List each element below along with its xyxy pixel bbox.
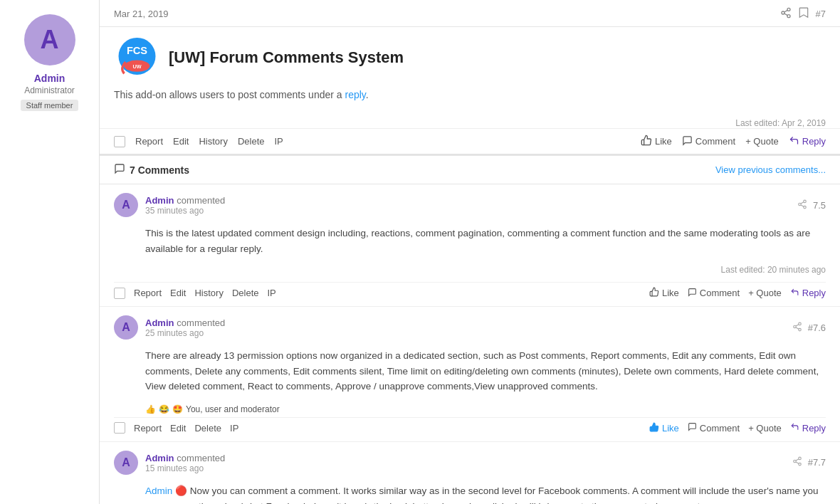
reply-icon [789, 135, 799, 148]
comment-action-word: commented [177, 453, 225, 463]
svg-line-4 [784, 10, 787, 12]
username[interactable]: Admin [34, 73, 65, 84]
comment-delete-btn[interactable]: Delete [232, 288, 259, 298]
reply-icon [790, 288, 799, 299]
mentioned-user-link[interactable]: Admin [145, 485, 172, 496]
mention-emoji: 🔴 [175, 485, 187, 496]
svg-line-23 [796, 459, 799, 461]
post-actions-right: Like Comment + Quote Reply [641, 135, 826, 148]
comment-item: A Admin commented 25 minutes ago #7.6 [100, 307, 840, 442]
comment-author-info: A Admin commented 15 minutes ago [114, 451, 225, 475]
like-icon-blue [649, 422, 659, 434]
comment-number: #7.7 [808, 457, 826, 468]
comment-bubble-icon [688, 422, 697, 434]
post-title: [UW] Forum Comments System [169, 48, 404, 67]
reply-icon [790, 422, 799, 434]
comment-like-btn[interactable]: Like [649, 287, 679, 299]
comment-body: This is the latest updated comment desig… [114, 221, 826, 263]
svg-line-18 [796, 324, 799, 325]
svg-point-20 [793, 461, 796, 463]
comment-header: A Admin commented 15 minutes ago #7.7 [114, 451, 826, 475]
comment-avatar: A [114, 315, 138, 340]
reply-link[interactable]: reply [345, 89, 366, 100]
post-actions: Report Edit History Delete IP Like Comme… [100, 128, 840, 154]
bookmark-icon[interactable] [799, 7, 809, 21]
reactions: 👍 😂 🤩 You, user and moderator [114, 404, 826, 414]
comment-ip-btn[interactable]: IP [267, 288, 275, 298]
comment-footer: Report Edit History Delete IP Like [114, 282, 826, 306]
svg-point-15 [793, 325, 796, 328]
share-icon[interactable] [797, 199, 807, 211]
comment-comment-btn[interactable]: Comment [688, 288, 740, 299]
comment-icon [682, 135, 693, 148]
comment-like-btn[interactable]: Like [649, 422, 679, 434]
comment-author-name[interactable]: Admin [145, 317, 174, 328]
comment-meta: Admin commented 25 minutes ago [145, 317, 225, 338]
post-title-row: FCS UW [UW] Forum Comments System [114, 34, 826, 80]
post-report-btn[interactable]: Report [135, 136, 163, 147]
comment-ip-btn[interactable]: IP [230, 423, 238, 434]
svg-point-10 [799, 203, 802, 206]
comments-count: 7 Comments [114, 163, 189, 177]
post-history-btn[interactable]: History [199, 136, 227, 147]
svg-point-9 [804, 200, 807, 203]
comment-action-word: commented [177, 317, 225, 328]
comment-checkbox[interactable] [114, 422, 125, 434]
comment-author-info: A Admin commented 35 minutes ago [114, 193, 225, 217]
comment-avatar: A [114, 193, 138, 217]
comment-edited: Last edited: 20 minutes ago [114, 263, 826, 279]
comment-body: Admin 🔴 Now you can comment a comment. I… [114, 479, 826, 504]
comment-quote-btn[interactable]: + Quote [748, 423, 782, 434]
share-icon[interactable] [780, 7, 792, 21]
post-number: #7 [816, 9, 826, 19]
comment-history-btn[interactable]: History [194, 288, 223, 298]
comment-comment-btn[interactable]: Comment [688, 422, 740, 434]
comment-footer-left: Report Edit History Delete IP [114, 288, 276, 299]
post-like-btn[interactable]: Like [641, 135, 672, 148]
post-comment-btn[interactable]: Comment [682, 135, 735, 148]
comment-edit-btn[interactable]: Edit [170, 288, 186, 298]
comment-delete-btn[interactable]: Delete [194, 423, 221, 434]
comment-quote-btn[interactable]: + Quote [748, 288, 782, 298]
post-date: Mar 21, 2019 [114, 9, 169, 19]
post-edited: Last edited: Apr 2, 2019 [100, 114, 840, 128]
svg-point-11 [804, 206, 807, 209]
comment-time: 25 minutes ago [145, 328, 225, 338]
user-role: Administrator [24, 85, 75, 95]
comment-author-name[interactable]: Admin [145, 453, 174, 463]
post-ip-btn[interactable]: IP [274, 136, 283, 147]
comment-id-area: #7.6 [792, 322, 826, 334]
comment-bubble-icon [688, 288, 697, 299]
haha-emoji: 😂 [159, 404, 169, 414]
post-header: Mar 21, 2019 #7 [100, 0, 840, 27]
comment-edit-btn[interactable]: Edit [170, 423, 186, 434]
comment-report-btn[interactable]: Report [134, 423, 162, 434]
share-icon[interactable] [792, 322, 802, 334]
comment-checkbox[interactable] [114, 288, 125, 299]
comment-action-word: commented [177, 195, 225, 206]
svg-line-13 [801, 201, 804, 203]
post-quote-btn[interactable]: + Quote [745, 136, 779, 147]
post-meta-top: Mar 21, 2019 #7 [114, 7, 826, 26]
comment-footer: Report Edit Delete IP Like [114, 417, 826, 441]
comment-author-name[interactable]: Admin [145, 195, 174, 206]
comment-report-btn[interactable]: Report [134, 288, 162, 298]
comment-footer-right: Like Comment + Quote Reply [649, 287, 826, 299]
share-icon[interactable] [792, 456, 802, 468]
post-edit-btn[interactable]: Edit [173, 136, 189, 147]
view-previous-comments[interactable]: View previous comments... [715, 164, 826, 175]
comments-header: 7 Comments View previous comments... [100, 154, 840, 184]
post-delete-btn[interactable]: Delete [238, 136, 265, 147]
post-body: FCS UW [UW] Forum Comments System This a… [100, 27, 840, 114]
comment-item: A Admin commented 15 minutes ago #7.7 [100, 442, 840, 504]
post-actions-left: Report Edit History Delete IP [114, 136, 283, 147]
svg-text:FCS: FCS [127, 45, 147, 56]
comment-reply-btn[interactable]: Reply [790, 288, 826, 299]
comment-header: A Admin commented 35 minutes ago 7.5 [114, 193, 826, 217]
post-reply-btn[interactable]: Reply [789, 135, 826, 148]
comment-reply-btn[interactable]: Reply [790, 422, 826, 434]
comment-item: A Admin commented 35 minutes ago 7.5 [100, 184, 840, 307]
staff-badge: Staff member [21, 100, 79, 111]
svg-line-3 [784, 14, 787, 16]
post-checkbox[interactable] [114, 136, 125, 147]
